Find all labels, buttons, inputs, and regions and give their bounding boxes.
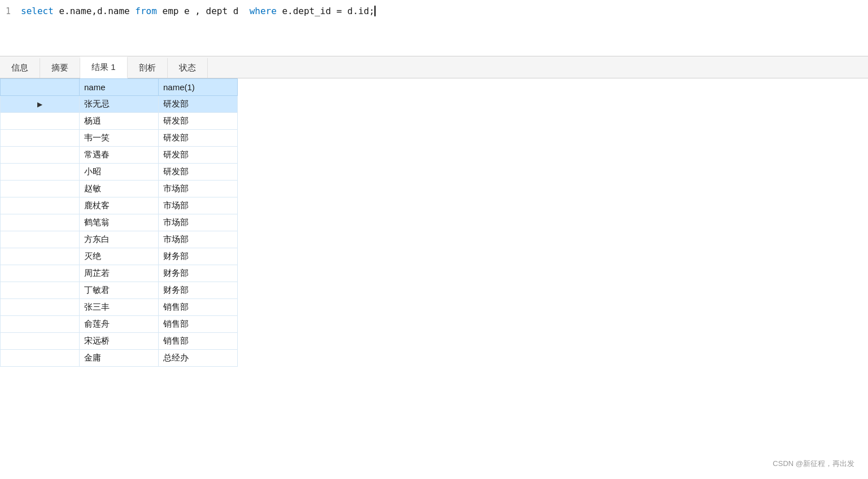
table-row[interactable]: 鹤笔翁市场部 bbox=[1, 214, 238, 231]
table-header-row: name name(1) bbox=[1, 79, 238, 96]
table-cell: 常遇春 bbox=[80, 147, 159, 164]
row-marker bbox=[1, 282, 80, 299]
sql-tables: emp e , dept d bbox=[157, 3, 250, 19]
table-cell: 财务部 bbox=[159, 282, 238, 299]
sql-where-keyword: where bbox=[250, 3, 277, 19]
col-header-name: name bbox=[80, 79, 159, 96]
table-row[interactable]: 赵敏市场部 bbox=[1, 181, 238, 197]
table-cell: 销售部 bbox=[159, 299, 238, 316]
sql-line-1: 1 select e.name,d.name from emp e , dept… bbox=[6, 3, 862, 19]
table-row[interactable]: 韦一笑研发部 bbox=[1, 130, 238, 147]
sql-condition: e.dept_id = d.id; bbox=[277, 3, 376, 19]
table-row[interactable]: 小昭研发部 bbox=[1, 164, 238, 181]
table-cell: 研发部 bbox=[159, 147, 238, 164]
tab-info[interactable]: 信息 bbox=[0, 58, 40, 78]
sql-from-keyword: from bbox=[135, 3, 157, 19]
table-cell: 市场部 bbox=[159, 214, 238, 231]
table-cell: 张三丰 bbox=[80, 299, 159, 316]
table-row[interactable]: 常遇春研发部 bbox=[1, 147, 238, 164]
table-cell: 研发部 bbox=[159, 96, 238, 113]
tab-profile[interactable]: 剖析 bbox=[128, 58, 168, 78]
row-marker bbox=[1, 214, 80, 231]
table-cell: 市场部 bbox=[159, 181, 238, 197]
row-marker bbox=[1, 350, 80, 367]
table-cell: 丁敏君 bbox=[80, 282, 159, 299]
table-row[interactable]: 张三丰销售部 bbox=[1, 299, 238, 316]
sql-columns: e.name,d.name bbox=[54, 3, 136, 19]
table-cell: 杨逍 bbox=[80, 113, 159, 130]
tab-result1[interactable]: 结果 1 bbox=[80, 56, 128, 78]
row-marker bbox=[1, 181, 80, 197]
table-cell: 市场部 bbox=[159, 197, 238, 214]
watermark: CSDN @新征程，再出发 bbox=[773, 459, 854, 469]
row-marker bbox=[1, 113, 80, 130]
table-cell: 研发部 bbox=[159, 164, 238, 181]
table-cell: 财务部 bbox=[159, 265, 238, 282]
table-row[interactable]: 方东白市场部 bbox=[1, 231, 238, 248]
table-row[interactable]: 俞莲舟销售部 bbox=[1, 316, 238, 333]
row-marker bbox=[1, 231, 80, 248]
table-row[interactable]: 杨逍研发部 bbox=[1, 113, 238, 130]
row-marker bbox=[1, 130, 80, 147]
table-cell: 宋远桥 bbox=[80, 333, 159, 350]
row-marker bbox=[1, 299, 80, 316]
table-cell: 韦一笑 bbox=[80, 130, 159, 147]
tab-summary[interactable]: 摘要 bbox=[40, 58, 80, 78]
table-cell: 赵敏 bbox=[80, 181, 159, 197]
sql-select-keyword: select bbox=[21, 3, 54, 19]
table-cell: 研发部 bbox=[159, 113, 238, 130]
table-cell: 张无忌 bbox=[80, 96, 159, 113]
row-marker bbox=[1, 316, 80, 333]
table-cell: 研发部 bbox=[159, 130, 238, 147]
table-cell: 财务部 bbox=[159, 248, 238, 265]
table-cell: 灭绝 bbox=[80, 248, 159, 265]
row-marker bbox=[1, 265, 80, 282]
table-row[interactable]: 鹿杖客市场部 bbox=[1, 197, 238, 214]
row-marker bbox=[1, 164, 80, 181]
row-marker bbox=[1, 147, 80, 164]
table-cell: 市场部 bbox=[159, 231, 238, 248]
table-cell: 俞莲舟 bbox=[80, 316, 159, 333]
tabs-bar: 信息 摘要 结果 1 剖析 状态 bbox=[0, 56, 868, 78]
table-row[interactable]: 丁敏君财务部 bbox=[1, 282, 238, 299]
row-marker bbox=[1, 333, 80, 350]
table-row[interactable]: ▶张无忌研发部 bbox=[1, 96, 238, 113]
table-cell: 周芷若 bbox=[80, 265, 159, 282]
col-header-name1: name(1) bbox=[159, 79, 238, 96]
results-table-wrapper: name name(1) ▶张无忌研发部杨逍研发部韦一笑研发部常遇春研发部小昭研… bbox=[0, 78, 868, 367]
tab-status[interactable]: 状态 bbox=[168, 58, 208, 78]
table-cell: 金庸 bbox=[80, 350, 159, 367]
table-row[interactable]: 金庸总经办 bbox=[1, 350, 238, 367]
results-table: name name(1) ▶张无忌研发部杨逍研发部韦一笑研发部常遇春研发部小昭研… bbox=[0, 78, 238, 367]
table-cell: 小昭 bbox=[80, 164, 159, 181]
table-row[interactable]: 周芷若财务部 bbox=[1, 265, 238, 282]
table-cell: 鹤笔翁 bbox=[80, 214, 159, 231]
table-cell: 销售部 bbox=[159, 333, 238, 350]
table-row[interactable]: 灭绝财务部 bbox=[1, 248, 238, 265]
editor-area[interactable]: 1 select e.name,d.name from emp e , dept… bbox=[0, 0, 868, 56]
table-cell: 销售部 bbox=[159, 316, 238, 333]
table-cell: 方东白 bbox=[80, 231, 159, 248]
line-number: 1 bbox=[6, 5, 11, 19]
table-cell: 总经办 bbox=[159, 350, 238, 367]
table-cell: 鹿杖客 bbox=[80, 197, 159, 214]
row-marker bbox=[1, 248, 80, 265]
row-marker bbox=[1, 197, 80, 214]
table-row[interactable]: 宋远桥销售部 bbox=[1, 333, 238, 350]
row-marker: ▶ bbox=[1, 96, 80, 113]
